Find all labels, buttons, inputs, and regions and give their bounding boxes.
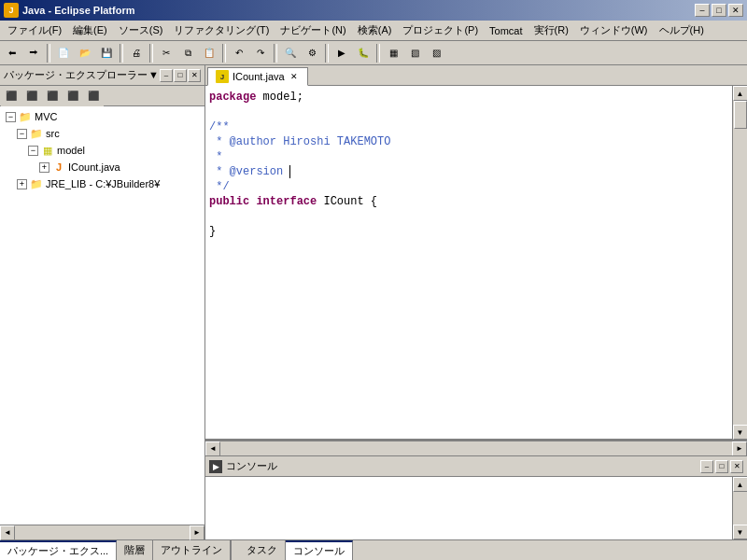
panel-dropdown-icon[interactable]: ▼ (148, 69, 159, 82)
console-minimize-btn[interactable]: – (700, 460, 713, 473)
editor-hscroll-left[interactable]: ◄ (205, 441, 220, 456)
editor-hscroll-track[interactable] (220, 441, 732, 455)
toolbar-btn-save[interactable]: 💾 (96, 43, 117, 63)
toolbar-btn-copy[interactable]: ⧉ (177, 43, 198, 63)
menu-navigate[interactable]: ナビゲート(N) (275, 21, 351, 39)
vscroll-down-btn[interactable]: ▼ (733, 425, 748, 440)
toolbar-btn-paste[interactable]: 📋 (199, 43, 219, 63)
toolbar-btn-6[interactable]: ⚙ (302, 43, 322, 63)
explorer-toolbar-btn2[interactable]: ⬛ (21, 86, 42, 106)
toolbar-btn-ext1[interactable]: ▦ (383, 43, 403, 63)
tree-label-jrelib: JRE_LIB - C:¥JBuilder8¥ (46, 178, 160, 189)
toolbar-btn-cut[interactable]: ✂ (156, 43, 176, 63)
menu-edit[interactable]: 編集(E) (67, 21, 113, 39)
tree-item-mvc[interactable]: − 📁 MVC (2, 108, 203, 125)
console-maximize-btn[interactable]: □ (715, 460, 728, 473)
explorer-toolbar-btn3[interactable]: ⬛ (42, 86, 63, 106)
left-panel: パッケージ・エクスプローラー ▼ – □ ✕ ⬛ ⬛ ⬛ ⬛ ⬛ − 📁 MVC (0, 65, 205, 539)
code-line-4: * @author Hiroshi TAKEMOTO (209, 134, 728, 149)
panel-maximize-btn[interactable]: □ (174, 69, 187, 82)
menu-window[interactable]: ウィンドウ(W) (574, 21, 654, 39)
console-body[interactable] (205, 477, 732, 539)
close-button[interactable]: ✕ (728, 4, 743, 17)
hscroll-track[interactable] (15, 525, 190, 539)
tree-expander-icount[interactable]: + (39, 162, 49, 173)
left-panel-hscroll[interactable]: ◄ ► (0, 525, 204, 539)
console-close-btn[interactable]: ✕ (730, 460, 743, 473)
tree-item-model[interactable]: − ▦ model (2, 142, 203, 159)
vscroll-up-btn[interactable]: ▲ (733, 86, 748, 101)
menu-tomcat[interactable]: Tomcat (484, 23, 528, 38)
package-explorer-title: パッケージ・エクスプローラー (4, 68, 148, 82)
maximize-button[interactable]: □ (712, 4, 726, 17)
menu-refactor[interactable]: リファクタリング(T) (168, 21, 275, 39)
console-vscrollbar[interactable]: ▲ ▼ (732, 477, 747, 539)
console-vscroll-down[interactable]: ▼ (733, 525, 748, 539)
panel-close-btn[interactable]: ✕ (188, 69, 201, 82)
vscroll-thumb[interactable] (734, 101, 747, 129)
app-icon: J (4, 3, 19, 18)
menu-run[interactable]: 実行(R) (529, 21, 574, 39)
explorer-toolbar-btn4[interactable]: ⬛ (63, 86, 83, 106)
minimize-button[interactable]: – (695, 4, 710, 17)
menu-help[interactable]: ヘルプ(H) (654, 21, 710, 39)
menu-search[interactable]: 検索(A) (352, 21, 398, 39)
editor-hscroll-right[interactable]: ► (732, 441, 747, 456)
toolbar-separator-4 (222, 44, 226, 63)
toolbar-separator-3 (149, 44, 153, 63)
menu-source[interactable]: ソース(S) (113, 21, 169, 39)
explorer-toolbar-btn1[interactable]: ⬛ (1, 86, 21, 106)
tree-label-icount: ICount.java (68, 161, 120, 173)
explorer-toolbar-btn5[interactable]: ⬛ (83, 86, 104, 106)
folder-icon-mvc: 📁 (18, 109, 33, 124)
tree-expander-jrelib[interactable]: + (17, 179, 27, 189)
panel-minimize-btn[interactable]: – (160, 69, 173, 82)
editor-vscrollbar[interactable]: ▲ ▼ (732, 86, 747, 440)
bottom-tab-outline[interactable]: アウトライン (153, 540, 231, 560)
console-vscroll-up[interactable]: ▲ (733, 477, 748, 492)
toolbar-btn-open[interactable]: 📂 (75, 43, 95, 63)
editor-hscrollbar[interactable]: ◄ ► (205, 441, 747, 455)
menu-project[interactable]: プロジェクト(P) (397, 21, 484, 39)
toolbar-separator-1 (47, 44, 50, 63)
toolbar-btn-ext3[interactable]: ▨ (426, 43, 446, 63)
hscroll-left-btn[interactable]: ◄ (0, 525, 15, 540)
hscroll-right-btn[interactable]: ► (190, 525, 204, 540)
bottom-tab-console[interactable]: コンソール (286, 540, 353, 560)
toolbar-btn-5[interactable]: 🔍 (280, 43, 301, 63)
editor-area: package model; /** * @author Hiroshi TAK… (205, 86, 747, 441)
toolbar-separator-5 (274, 44, 277, 63)
console-vscroll-track[interactable] (733, 492, 747, 525)
toolbar-btn-new[interactable]: 📄 (53, 43, 74, 63)
toolbar-btn-2[interactable]: ⮕ (23, 43, 44, 63)
tree-expander-model[interactable]: − (28, 146, 38, 156)
vscroll-track[interactable] (733, 101, 747, 425)
bottom-tab-hierarchy[interactable]: 階層 (117, 540, 153, 560)
tree-expander-src[interactable]: − (17, 129, 27, 139)
toolbar-btn-1[interactable]: ⬅ (2, 43, 22, 63)
code-line-7: */ (209, 179, 728, 194)
menu-bar: ファイル(F) 編集(E) ソース(S) リファクタリング(T) ナビゲート(N… (0, 21, 747, 41)
code-line-1: package model; (209, 90, 728, 105)
toolbar-btn-debug[interactable]: 🐛 (353, 43, 374, 63)
bottom-tab-tasks[interactable]: タスク (239, 540, 286, 560)
code-line-9 (209, 209, 728, 224)
tree-item-src[interactable]: − 📁 src (2, 125, 203, 142)
code-editor[interactable]: package model; /** * @author Hiroshi TAK… (205, 86, 732, 440)
toolbar-btn-ext2[interactable]: ▧ (404, 43, 425, 63)
tree-item-icount[interactable]: + J ICount.java (2, 159, 203, 175)
toolbar-btn-run[interactable]: ▶ (331, 43, 352, 63)
package-tree: − 📁 MVC − 📁 src − ▦ model + (0, 106, 204, 525)
tree-item-jrelib[interactable]: + 📁 JRE_LIB - C:¥JBuilder8¥ (2, 175, 203, 192)
console-title: コンソール (226, 459, 277, 473)
menu-file[interactable]: ファイル(F) (2, 21, 67, 39)
console-controls: – □ ✕ (700, 460, 743, 473)
main-layout: パッケージ・エクスプローラー ▼ – □ ✕ ⬛ ⬛ ⬛ ⬛ ⬛ − 📁 MVC (0, 65, 747, 539)
bottom-tab-package[interactable]: パッケージ・エクス... (0, 540, 117, 560)
toolbar-btn-redo[interactable]: ↷ (250, 43, 271, 63)
tab-close-btn[interactable]: ✕ (289, 71, 300, 82)
tree-expander-mvc[interactable]: − (6, 112, 16, 122)
toolbar-btn-undo[interactable]: ↶ (229, 43, 249, 63)
tab-icount-java[interactable]: J ICount.java ✕ (207, 67, 308, 86)
toolbar-btn-print[interactable]: 🖨 (126, 43, 147, 63)
